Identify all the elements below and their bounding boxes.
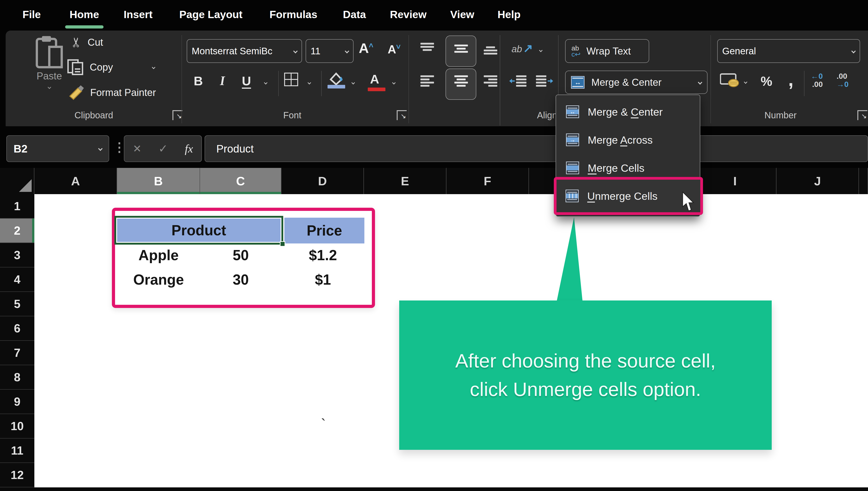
decrease-decimal-button[interactable]: .00 →0 (837, 72, 848, 88)
launcher-arrow-icon: ↘ (176, 112, 182, 120)
font-color-chevron[interactable] (392, 81, 396, 85)
paste-dropdown-chevron[interactable] (48, 86, 51, 89)
font-color-icon: A (370, 72, 379, 86)
underline-chevron[interactable] (264, 81, 268, 85)
number-format-select[interactable]: General (717, 39, 860, 63)
percent-style-button[interactable]: % (761, 74, 772, 89)
comma-style-button[interactable]: , (788, 68, 794, 90)
tab-insert[interactable]: Insert (124, 8, 153, 21)
copy-button[interactable]: Copy (67, 59, 155, 75)
menu-item-merge-across[interactable]: → Merge Across (556, 126, 700, 154)
col-header-c[interactable]: C (200, 168, 281, 194)
number-dialog-launcher[interactable]: ↘ (857, 110, 867, 120)
row-header-4[interactable]: 4 (0, 267, 34, 292)
fill-color-chevron[interactable] (351, 81, 355, 85)
menu-item-unmerge-cells[interactable]: Unmerge Cells (554, 177, 703, 215)
row-header-5[interactable]: 5 (0, 292, 34, 316)
increase-indent-icon[interactable] (535, 75, 554, 87)
tab-data[interactable]: Data (343, 8, 366, 21)
selected-merged-cell[interactable]: Product (114, 216, 283, 244)
cell-b4[interactable]: Orange (117, 267, 200, 292)
tab-review[interactable]: Review (390, 8, 427, 21)
align-middle-icon[interactable] (454, 44, 469, 56)
formula-input[interactable]: Product (205, 135, 868, 162)
increase-decimal-button[interactable]: ←0 .00 (811, 72, 823, 88)
align-right-icon[interactable] (483, 75, 498, 87)
accounting-format-button[interactable] (720, 73, 739, 88)
fill-color-button[interactable] (327, 71, 345, 86)
bold-button[interactable]: B (194, 74, 203, 88)
cell-c3[interactable]: 50 (200, 243, 281, 267)
merge-center-chevron[interactable] (698, 80, 702, 85)
tab-home[interactable]: Home (70, 8, 99, 21)
tab-help[interactable]: Help (498, 8, 521, 21)
format-painter-button[interactable]: Format Painter (67, 84, 156, 101)
tab-page-layout[interactable]: Page Layout (179, 8, 242, 21)
clipboard-dialog-launcher[interactable]: ↘ (173, 110, 182, 120)
row-header-12[interactable]: 12 (0, 463, 34, 487)
row-header-7[interactable]: 7 (0, 341, 34, 365)
align-left-icon[interactable] (420, 75, 435, 87)
row-header-8[interactable]: 8 (0, 365, 34, 389)
row-header-9[interactable]: 9 (0, 389, 34, 414)
row-header-1[interactable]: 1 (0, 194, 34, 219)
price-header-cell[interactable]: Price (284, 218, 364, 243)
cell-d3[interactable]: $1.2 (281, 243, 364, 267)
cell-b3[interactable]: Apple (117, 243, 200, 267)
row-header-6[interactable]: 6 (0, 316, 34, 341)
col-header-f[interactable]: F (446, 168, 529, 194)
align-top-icon[interactable] (420, 42, 435, 54)
col-header-j[interactable]: J (776, 168, 859, 194)
name-box[interactable]: B2 (6, 135, 109, 162)
font-name-select[interactable]: Montserrat SemiBc (187, 39, 302, 63)
cell-c4[interactable]: 30 (200, 267, 281, 292)
paste-button[interactable]: Paste (32, 35, 66, 89)
align-center-icon[interactable] (454, 75, 469, 87)
formula-value: Product (216, 143, 254, 155)
decrease-indent-icon[interactable] (509, 75, 527, 87)
orientation-chevron[interactable] (539, 49, 543, 52)
accounting-chevron[interactable] (744, 80, 747, 84)
orientation-button[interactable]: ab ↗ (512, 41, 533, 55)
col-header-a[interactable]: A (34, 168, 117, 194)
merge-cells-menu-icon (566, 162, 579, 174)
underline-button[interactable]: U (242, 74, 251, 88)
unmerge-cells-menu-icon (565, 190, 579, 202)
cut-button[interactable]: ✂ Cut (71, 35, 103, 50)
callout-line2: click Unmerge cells option. (470, 377, 701, 402)
col-header-e[interactable]: E (364, 168, 446, 194)
wrap-text-label: Wrap Text (586, 46, 631, 57)
col-header-b[interactable]: B (117, 168, 200, 194)
row-header-2[interactable]: 2 (0, 219, 34, 243)
italic-button[interactable]: I (220, 74, 225, 88)
row-header-3[interactable]: 3 (0, 243, 34, 267)
cancel-icon[interactable]: ✕ (133, 143, 142, 155)
row-header-11[interactable]: 11 (0, 438, 34, 463)
shrink-font-button[interactable]: A˅ (388, 42, 401, 56)
tab-formulas[interactable]: Formulas (270, 8, 317, 21)
align-bottom-icon[interactable] (483, 45, 498, 56)
col-header-d[interactable]: D (281, 168, 364, 194)
col-header-i[interactable]: I (694, 168, 776, 194)
row-header-10[interactable]: 10 (0, 414, 34, 438)
tab-file[interactable]: File (23, 8, 41, 21)
enter-check-icon[interactable]: ✓ (158, 142, 168, 155)
decrease-decimal-icon: .00 (837, 72, 848, 80)
tab-view[interactable]: View (450, 8, 474, 21)
wrap-text-button[interactable]: ab c↩ Wrap Text (565, 39, 649, 63)
borders-chevron[interactable] (308, 81, 311, 85)
font-dialog-launcher[interactable]: ↘ (397, 110, 407, 120)
grow-font-button[interactable]: A˄ (359, 40, 373, 56)
insert-function-icon[interactable]: fx (185, 142, 193, 155)
font-color-button[interactable]: A (370, 72, 379, 86)
cell-d4[interactable]: $1 (281, 267, 364, 292)
borders-button[interactable] (284, 73, 298, 86)
select-all-corner[interactable] (0, 168, 34, 194)
merge-center-icon: ↔ (571, 76, 585, 89)
cut-label: Cut (88, 37, 103, 48)
menu-item-merge-center[interactable]: ↔ Merge & Center (556, 98, 700, 126)
copy-dropdown-chevron[interactable] (152, 65, 155, 69)
merge-center-button[interactable]: ↔ Merge & Center (565, 70, 708, 94)
orientation-ab: ab (512, 44, 522, 54)
font-size-select[interactable]: 11 (306, 39, 353, 63)
